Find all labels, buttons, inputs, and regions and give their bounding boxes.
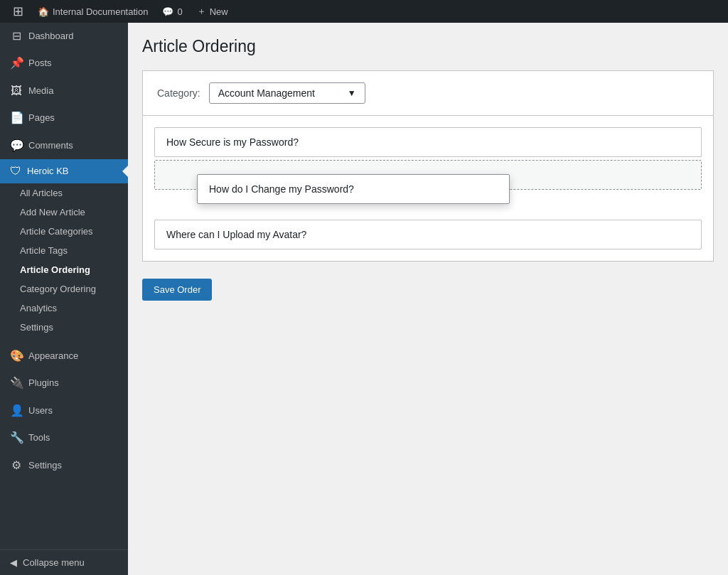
main-content: Article Ordering Category: Account Manag…	[128, 23, 728, 575]
submenu-article-ordering[interactable]: Article Ordering	[0, 260, 128, 279]
collapse-label: Collapse menu	[23, 557, 85, 568]
admin-bar: ⊞ 🏠 Internal Documentation 💬 0 ＋ New	[0, 0, 728, 23]
submenu-article-tags[interactable]: Article Tags	[0, 241, 128, 260]
heroic-kb-icon: 🛡	[10, 165, 21, 178]
sidebar-item-label: Plugins	[28, 377, 59, 389]
comments-icon: 💬	[10, 138, 23, 154]
submenu-all-articles[interactable]: All Articles	[0, 183, 128, 203]
article-title: Where can I Upload my Avatar?	[166, 229, 306, 240]
sidebar-item-tools[interactable]: 🔧 Tools	[0, 424, 128, 451]
drag-area: placeholder How do I Change my Password?	[154, 160, 702, 217]
sidebar-item-media[interactable]: 🖼 Media	[0, 77, 128, 104]
dashboard-icon: ⊟	[10, 28, 23, 44]
submenu-settings[interactable]: Settings	[0, 318, 128, 337]
plugins-icon: 🔌	[10, 375, 23, 391]
sidebar-item-label: Comments	[28, 139, 73, 152]
category-select[interactable]: Account Management ▼	[209, 82, 365, 104]
article-item[interactable]: Where can I Upload my Avatar?	[154, 220, 702, 249]
sidebar-item-label: Settings	[28, 459, 62, 472]
sidebar-item-label: Users	[28, 404, 53, 417]
sidebar-item-heroic-kb[interactable]: 🛡 Heroic KB	[0, 159, 128, 183]
sidebar-item-label: Heroic KB	[27, 166, 69, 176]
page-title: Article Ordering	[142, 37, 714, 56]
media-icon: 🖼	[10, 83, 23, 99]
wp-logo[interactable]: ⊞	[6, 0, 31, 23]
sidebar-item-dashboard[interactable]: ⊟ Dashboard	[0, 23, 128, 50]
category-value: Account Management	[218, 87, 315, 99]
articles-list: How Secure is my Password? placeholder H…	[143, 116, 713, 261]
sidebar-item-label: Appearance	[28, 350, 78, 362]
wp-icon: ⊞	[13, 4, 23, 19]
pages-icon: 📄	[10, 110, 23, 126]
sidebar: ⊟ Dashboard 📌 Posts 🖼 Media 📄 Pages 💬 Co…	[0, 23, 128, 575]
submenu-article-categories[interactable]: Article Categories	[0, 222, 128, 241]
site-name-link[interactable]: 🏠 Internal Documentation	[31, 0, 155, 23]
sidebar-item-plugins[interactable]: 🔌 Plugins	[0, 370, 128, 397]
sidebar-item-label: Pages	[28, 112, 55, 124]
category-row: Category: Account Management ▼	[143, 71, 713, 116]
comments-count: 0	[177, 6, 182, 17]
sidebar-item-label: Media	[28, 85, 53, 97]
sidebar-item-label: Posts	[28, 57, 52, 70]
article-title: How Secure is my Password?	[166, 136, 299, 148]
new-label: New	[210, 6, 228, 17]
site-name: Internal Documentation	[53, 6, 148, 17]
tools-icon: 🔧	[10, 430, 23, 446]
users-icon: 👤	[10, 403, 23, 419]
submenu-category-ordering[interactable]: Category Ordering	[0, 279, 128, 299]
heroic-kb-submenu: All Articles Add New Article Article Cat…	[0, 183, 128, 337]
sidebar-item-posts[interactable]: 📌 Posts	[0, 50, 128, 77]
collapse-menu[interactable]: ◀ Collapse menu	[0, 549, 128, 575]
article-title: How do I Change my Password?	[209, 183, 354, 195]
article-ordering-box: Category: Account Management ▼ How Secur…	[142, 70, 714, 262]
layout: ⊟ Dashboard 📌 Posts 🖼 Media 📄 Pages 💬 Co…	[0, 23, 728, 575]
article-item[interactable]: How Secure is my Password?	[154, 127, 702, 157]
comment-icon: 💬	[162, 6, 173, 17]
save-order-label: Save Order	[154, 284, 200, 295]
sidebar-item-settings[interactable]: ⚙ Settings	[0, 452, 128, 479]
new-content-link[interactable]: ＋ New	[190, 0, 235, 23]
article-item-dragging[interactable]: How do I Change my Password?	[197, 174, 510, 204]
sidebar-item-label: Tools	[28, 431, 50, 444]
submenu-add-new-article[interactable]: Add New Article	[0, 203, 128, 222]
category-label: Category:	[157, 87, 200, 99]
posts-icon: 📌	[10, 55, 23, 71]
comments-link[interactable]: 💬 0	[155, 0, 189, 23]
sidebar-item-users[interactable]: 👤 Users	[0, 397, 128, 424]
sidebar-item-label: Dashboard	[28, 30, 74, 43]
home-icon: 🏠	[38, 6, 49, 17]
collapse-icon: ◀	[10, 557, 17, 568]
appearance-icon: 🎨	[10, 348, 23, 364]
save-order-button[interactable]: Save Order	[142, 279, 212, 301]
sidebar-item-appearance[interactable]: 🎨 Appearance	[0, 343, 128, 370]
settings-icon: ⚙	[10, 458, 23, 473]
chevron-down-icon: ▼	[348, 88, 356, 98]
submenu-analytics[interactable]: Analytics	[0, 299, 128, 318]
plus-icon: ＋	[197, 5, 206, 18]
sidebar-item-pages[interactable]: 📄 Pages	[0, 104, 128, 131]
sidebar-item-comments[interactable]: 💬 Comments	[0, 132, 128, 159]
